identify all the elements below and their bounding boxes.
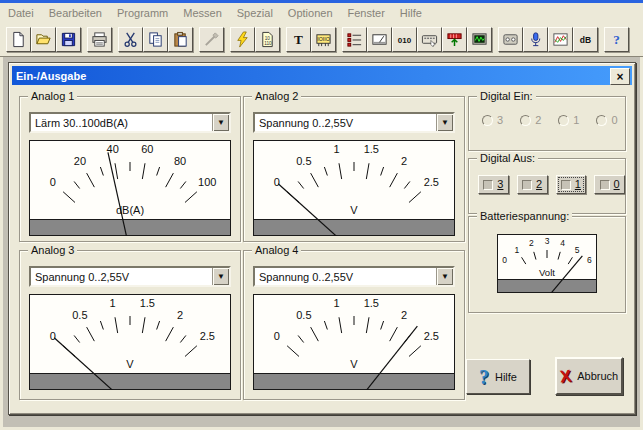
svg-text:V: V <box>350 204 358 216</box>
probe-tool-icon <box>203 31 220 48</box>
oscilloscope-button[interactable] <box>467 27 492 52</box>
menu-datei[interactable]: Datei <box>8 7 34 19</box>
text-label-button[interactable]: T <box>286 27 311 52</box>
decibel-button[interactable]: dB <box>573 27 598 52</box>
help-dialog-button[interactable]: ? Hilfe <box>466 359 530 394</box>
curve-chart-icon <box>552 31 569 48</box>
analog1-select[interactable]: Lärm 30..100dB(A) ▼ <box>29 112 231 133</box>
paste-button[interactable] <box>168 27 193 52</box>
menu-fenster[interactable]: Fenster <box>348 7 385 19</box>
run-measurement-button[interactable] <box>230 27 255 52</box>
svg-text:1: 1 <box>514 245 519 255</box>
copy-button[interactable] <box>143 27 168 52</box>
digital-out-button-2[interactable]: 2 <box>517 175 548 194</box>
svg-text:80: 80 <box>174 155 186 167</box>
new-document-icon <box>10 31 27 48</box>
svg-text:1.5: 1.5 <box>140 297 155 309</box>
digital-in-radio-1[interactable]: 1 <box>558 114 579 126</box>
print-button[interactable] <box>87 27 112 52</box>
svg-text:2: 2 <box>401 309 407 321</box>
help-icon: ? <box>608 31 625 48</box>
group-battery: Batteriespannung: 0123456Volt <box>468 216 626 313</box>
menu-programm[interactable]: Programm <box>117 7 168 19</box>
run-measurement-icon <box>234 31 251 48</box>
menu-bearbeiten[interactable]: Bearbeiten <box>49 7 102 19</box>
group-analog3: Analog 3 Spannung 0..2,55V ▼ 00.511.522.… <box>19 250 241 400</box>
analog3-select[interactable]: Spannung 0..2,55V ▼ <box>29 266 231 287</box>
group-analog3-label: Analog 3 <box>28 244 77 257</box>
svg-text:2.5: 2.5 <box>424 330 439 342</box>
digital-in-radio-2[interactable]: 2 <box>520 114 541 126</box>
group-digital-in-label: Digital Ein: <box>477 90 536 103</box>
channel-settings-icon <box>346 31 363 48</box>
svg-text:0: 0 <box>50 176 56 188</box>
group-analog1: Analog 1 Lärm 30..100dB(A) ▼ 02040608010… <box>19 96 241 242</box>
group-analog4-label: Analog 4 <box>252 244 301 257</box>
svg-text:0.5: 0.5 <box>296 155 311 167</box>
battery-gauge: 0123456Volt <box>496 234 598 293</box>
keyboard-input-button[interactable] <box>417 27 442 52</box>
chevron-down-icon[interactable]: ▼ <box>212 268 229 285</box>
chevron-down-icon[interactable]: ▼ <box>436 268 453 285</box>
new-document-button[interactable] <box>6 27 31 52</box>
close-button[interactable]: × <box>610 68 630 85</box>
open-file-button[interactable] <box>31 27 56 52</box>
svg-text:0.5: 0.5 <box>296 309 311 321</box>
chevron-down-icon[interactable]: ▼ <box>212 114 229 131</box>
io-device-button[interactable]: IOIIO <box>311 27 336 52</box>
svg-text:2.5: 2.5 <box>424 176 439 188</box>
menu-hilfe[interactable]: Hilfe <box>400 7 422 19</box>
led-indicator-icon <box>522 180 532 190</box>
microphone-button[interactable] <box>523 27 548 52</box>
application-window: Datei Bearbeiten Programm Messen Spezial… <box>0 0 643 430</box>
digital-in-radio-0[interactable]: 0 <box>596 114 617 126</box>
cancel-button[interactable]: X Abbruch <box>555 357 623 395</box>
svg-text:T: T <box>294 32 303 47</box>
group-analog1-label: Analog 1 <box>28 90 77 103</box>
help-button[interactable]: ? <box>604 27 629 52</box>
group-digital-in: Digital Ein: 3 2 1 0 <box>468 96 626 151</box>
data-recorder-button[interactable] <box>498 27 523 52</box>
print-icon <box>91 31 108 48</box>
curve-chart-button[interactable] <box>548 27 573 52</box>
chevron-down-icon[interactable]: ▼ <box>436 114 453 131</box>
data-recorder-icon <box>502 31 519 48</box>
channel-settings-button[interactable] <box>342 27 367 52</box>
binary-010-button[interactable]: 010 <box>392 27 417 52</box>
red-x-icon: X <box>559 367 572 385</box>
analog4-select[interactable]: Spannung 0..2,55V ▼ <box>253 266 455 287</box>
microphone-icon <box>527 31 544 48</box>
analog4-gauge: 00.511.522.5V <box>253 294 455 390</box>
io-file-button[interactable]: 10110 <box>255 27 280 52</box>
svg-text:3: 3 <box>545 236 550 246</box>
menu-spezial[interactable]: Spezial <box>237 7 273 19</box>
group-analog2-label: Analog 2 <box>252 90 301 103</box>
dialog-titlebar[interactable]: Ein-/Ausgabe × <box>12 66 632 85</box>
decibel-icon: dB <box>577 31 594 48</box>
probe-tool-button[interactable] <box>199 27 224 52</box>
svg-text:Volt: Volt <box>539 267 555 278</box>
menu-messen[interactable]: Messen <box>183 7 222 19</box>
analog-display-button[interactable] <box>367 27 392 52</box>
svg-text:1: 1 <box>334 143 340 155</box>
keyboard-input-icon <box>421 31 438 48</box>
cut-button[interactable] <box>118 27 143 52</box>
analog1-gauge: 020406080100dB(A) <box>29 140 231 236</box>
svg-text:2: 2 <box>529 238 534 248</box>
binary-010-icon: 010 <box>396 31 413 48</box>
svg-text:IOIIO: IOIIO <box>317 36 329 42</box>
workspace: Ein-/Ausgabe × Analog 1 Lärm 30..100dB(A… <box>3 57 640 427</box>
svg-text:V: V <box>350 358 358 370</box>
save-file-button[interactable] <box>56 27 81 52</box>
digital-in-radio-3[interactable]: 3 <box>482 114 503 126</box>
led-display-icon <box>446 31 463 48</box>
digital-out-button-1[interactable]: 1 <box>556 175 587 194</box>
digital-out-button-0[interactable]: 0 <box>594 175 625 194</box>
radio-icon <box>482 115 493 126</box>
svg-text:0.5: 0.5 <box>72 309 87 321</box>
analog4-selected-value: Spannung 0..2,55V <box>255 271 436 283</box>
analog2-select[interactable]: Spannung 0..2,55V ▼ <box>253 112 455 133</box>
led-display-button[interactable] <box>442 27 467 52</box>
menu-optionen[interactable]: Optionen <box>288 7 333 19</box>
digital-out-button-3[interactable]: 3 <box>478 175 509 194</box>
